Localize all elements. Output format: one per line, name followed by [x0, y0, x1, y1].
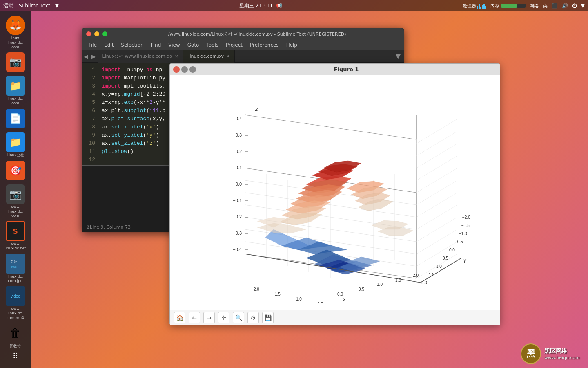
linux-folder-icon: 📁: [6, 132, 25, 152]
display-icon[interactable]: ⬛: [552, 3, 558, 9]
svg-text:0.0: 0.0: [337, 292, 343, 296]
svg-text:−0.3: −0.3: [233, 231, 242, 236]
cpu-label: 处理器: [463, 3, 476, 9]
sublime-icon: S: [6, 221, 25, 241]
svg-text:−1.5: −1.5: [272, 292, 281, 296]
svg-text:video: video: [11, 294, 20, 298]
menu-edit[interactable]: Edit: [101, 41, 117, 49]
figure-toolbar: 🏠 ← → ✛ 🔍 ⚙ 💾: [170, 310, 500, 325]
menu-view[interactable]: View: [165, 41, 183, 49]
settings-dropdown[interactable]: ▼: [581, 3, 585, 9]
tab-py-file[interactable]: linuxidc.com.py ✕: [183, 50, 235, 63]
figure-titlebar: Figure 1: [170, 64, 500, 75]
tab-go-file[interactable]: Linux公社 www.linuxidc.com.go ✕: [98, 50, 184, 63]
volume-icon[interactable]: 🔊: [562, 3, 568, 9]
svg-text:−0.5: −0.5: [315, 302, 323, 303]
display-icon-status: 🖥: [85, 224, 90, 230]
toolbar-zoom-button[interactable]: 🔍: [233, 312, 244, 323]
svg-text:1.0: 1.0: [436, 264, 442, 269]
window-close-button[interactable]: [86, 31, 91, 36]
taskbar-left: 活动 Sublime Text ▼: [3, 2, 59, 9]
libreoffice-icon: 📄: [6, 109, 25, 128]
sidebar-item-label-firefox: linux.linuxidc.com: [8, 36, 23, 49]
svg-text:0.1: 0.1: [236, 165, 242, 170]
svg-text:−1.0: −1.0: [459, 231, 467, 236]
x-axis-label: x: [343, 296, 346, 302]
menu-goto[interactable]: Goto: [184, 41, 203, 49]
sidebar-item-folder1[interactable]: 📁 linuxidc.com: [2, 76, 29, 105]
menu-help[interactable]: Help: [283, 41, 301, 49]
apps-grid-button[interactable]: ⠿: [13, 352, 18, 360]
tab-go-close[interactable]: ✕: [175, 54, 178, 58]
power-icon[interactable]: ⏻: [572, 3, 577, 9]
toolbar-forward-button[interactable]: →: [203, 312, 215, 323]
memory-section: 内存: [490, 3, 526, 9]
menu-tools[interactable]: Tools: [203, 41, 222, 49]
toolbar-settings-button[interactable]: ⚙: [247, 312, 259, 323]
cpu-chart: [477, 3, 486, 9]
toolbar-pan-button[interactable]: ✛: [218, 312, 229, 323]
language-selector[interactable]: 英: [543, 2, 548, 9]
tab-prev-button[interactable]: ◀: [82, 53, 90, 60]
sidebar-item-jpg[interactable]: 公社 linux linuxidc.com.jpg: [2, 254, 29, 283]
figure-close-button[interactable]: [173, 66, 180, 73]
brand-name: 黑区网络: [544, 348, 580, 355]
notification-icon: 📢: [276, 3, 282, 9]
firefox-icon: 🦊: [6, 16, 25, 35]
tab-next-button[interactable]: ▶: [90, 53, 98, 60]
tab-dropdown-button[interactable]: ▼: [392, 52, 404, 60]
sidebar-item-sublime[interactable]: S www.linuxidc.net: [2, 221, 29, 251]
bottom-branding: 黑 黑区网络 www.heiqu.com: [521, 343, 580, 364]
svg-text:−0.1: −0.1: [233, 198, 242, 203]
network-label: 网络: [530, 3, 539, 9]
sidebar-item-video[interactable]: video www.linuxidc.com.mp4: [2, 286, 29, 320]
menu-preferences[interactable]: Preferences: [247, 41, 282, 49]
window-minimize-button[interactable]: [94, 31, 99, 36]
figure-window: Figure 1: [169, 63, 500, 325]
sidebar-item-label-linux: Linux公社: [7, 153, 24, 157]
line-numbers: 1 2 3 4 5 6 7 8 9 10 11 12 13 14: [82, 63, 98, 165]
sidebar-item-label-sublime: www.linuxidc.net: [4, 242, 26, 251]
toolbar-back-button[interactable]: ←: [189, 312, 200, 323]
sidebar: 🦊 linux.linuxidc.com 📷 📁 linuxidc.com 📄 …: [0, 11, 31, 368]
svg-text:2.0: 2.0: [421, 280, 427, 285]
menu-file[interactable]: File: [85, 41, 100, 49]
toolbar-home-button[interactable]: 🏠: [174, 312, 185, 323]
svg-text:−1.0: −1.0: [294, 297, 302, 301]
jpg-icon: 公社 linux: [6, 254, 25, 274]
menu-project[interactable]: Project: [223, 41, 246, 49]
menu-selection[interactable]: Selection: [118, 41, 147, 49]
svg-text:0.0: 0.0: [236, 182, 242, 186]
taskbar-center: 星期三 21：11 📢: [239, 2, 282, 9]
toolbar-save-button[interactable]: 💾: [262, 312, 274, 323]
figure-window-buttons: [173, 66, 196, 73]
sidebar-item-software[interactable]: 🎯: [2, 161, 29, 181]
sidebar-item-camera[interactable]: 📷 www.linuxidc.com: [2, 184, 29, 218]
folder1-icon: 📁: [6, 76, 25, 96]
sidebar-item-firefox[interactable]: 🦊 linux.linuxidc.com: [2, 16, 29, 49]
camera-icon: 📷: [6, 184, 25, 204]
sidebar-item-libreoffice[interactable]: 📄: [2, 109, 29, 129]
app-menu-arrow[interactable]: ▼: [55, 3, 59, 9]
menu-bar: File Edit Selection Find View Goto Tools…: [82, 40, 404, 50]
window-maximize-button[interactable]: [102, 31, 107, 36]
svg-text:linux: linux: [11, 265, 17, 268]
brand-url: www.heiqu.com: [544, 355, 580, 360]
tab-py-close[interactable]: ✕: [226, 54, 229, 58]
svg-text:0.5: 0.5: [359, 287, 364, 292]
svg-text:0.0: 0.0: [449, 248, 455, 252]
svg-text:2.0: 2.0: [413, 273, 419, 278]
menu-find[interactable]: Find: [148, 41, 165, 49]
z-axis-label: z: [255, 106, 258, 112]
svg-text:−2.0: −2.0: [251, 287, 259, 292]
svg-text:0.4: 0.4: [236, 116, 242, 121]
sidebar-item-linux-folder[interactable]: 📁 Linux公社: [2, 132, 29, 157]
activities-button[interactable]: 活动: [3, 2, 14, 9]
video-icon: video: [6, 286, 25, 306]
sidebar-item-trash[interactable]: 🗑 回收站: [2, 323, 29, 348]
svg-text:0.3: 0.3: [236, 132, 242, 137]
svg-text:−0.4: −0.4: [233, 247, 242, 252]
figure-minimize-button[interactable]: [181, 66, 188, 73]
figure-maximize-button[interactable]: [189, 66, 196, 73]
sidebar-item-screenshot[interactable]: 📷: [2, 52, 29, 73]
